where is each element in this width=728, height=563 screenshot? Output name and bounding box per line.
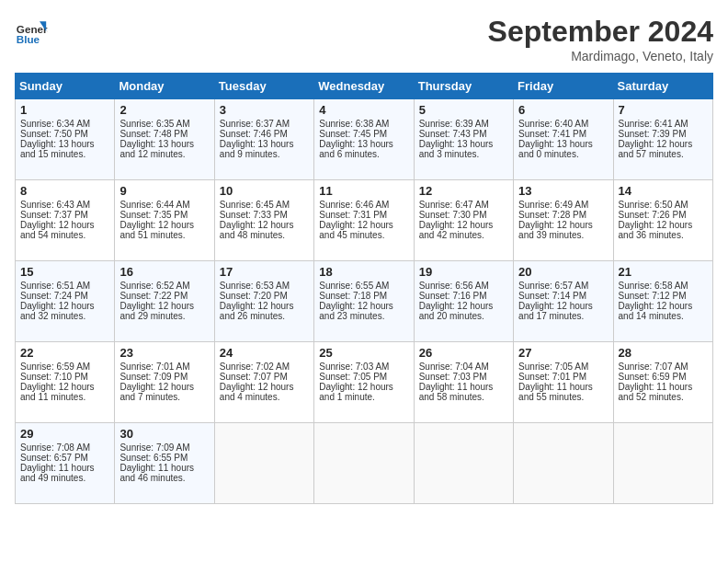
day-info-line: and 57 minutes. [619, 149, 708, 159]
day-number: 9 [119, 184, 209, 198]
calendar-row: 22Sunrise: 6:59 AMSunset: 7:10 PMDayligh… [16, 342, 713, 423]
calendar-row: 8Sunrise: 6:43 AMSunset: 7:37 PMDaylight… [16, 180, 713, 261]
day-info-line: Sunset: 7:24 PM [20, 291, 109, 301]
page-header: General Blue September 2024 Mardimago, V… [15, 15, 713, 63]
col-thursday: Thursday [414, 74, 513, 99]
calendar-table: Sunday Monday Tuesday Wednesday Thursday… [15, 73, 713, 504]
day-number: 2 [119, 103, 209, 117]
table-row: 25Sunrise: 7:03 AMSunset: 7:05 PMDayligh… [314, 342, 414, 423]
calendar-header-row: Sunday Monday Tuesday Wednesday Thursday… [16, 74, 713, 99]
day-number: 19 [419, 265, 508, 279]
day-info-line: Daylight: 12 hours [119, 301, 209, 311]
table-row: 6Sunrise: 6:40 AMSunset: 7:41 PMDaylight… [514, 99, 613, 180]
day-info-line: and 4 minutes. [220, 392, 309, 402]
day-info-line: Sunset: 7:05 PM [319, 372, 408, 382]
day-info-line: Daylight: 12 hours [220, 382, 309, 392]
table-row: 27Sunrise: 7:05 AMSunset: 7:01 PMDayligh… [514, 342, 613, 423]
day-info-line: Sunset: 7:45 PM [319, 129, 408, 139]
table-row: 18Sunrise: 6:55 AMSunset: 7:18 PMDayligh… [314, 261, 414, 342]
day-info-line: Sunrise: 6:37 AM [220, 119, 309, 129]
day-info-line: Sunrise: 7:01 AM [119, 362, 209, 372]
day-info-line: Sunset: 7:18 PM [319, 291, 408, 301]
day-info-line: Sunset: 7:37 PM [20, 210, 109, 220]
table-row: 23Sunrise: 7:01 AMSunset: 7:09 PMDayligh… [115, 342, 214, 423]
day-number: 23 [119, 346, 209, 360]
day-info-line: Daylight: 13 hours [419, 139, 508, 149]
day-info-line: Daylight: 11 hours [119, 463, 209, 473]
day-info-line: Sunrise: 7:05 AM [518, 362, 608, 372]
table-row: 8Sunrise: 6:43 AMSunset: 7:37 PMDaylight… [16, 180, 115, 261]
day-info-line: and 54 minutes. [20, 230, 109, 240]
day-info-line: and 32 minutes. [20, 311, 109, 321]
col-tuesday: Tuesday [214, 74, 313, 99]
day-info-line: Sunrise: 6:38 AM [319, 119, 408, 129]
day-info-line: Sunrise: 6:56 AM [419, 281, 508, 291]
col-wednesday: Wednesday [314, 74, 414, 99]
day-info-line: Sunset: 6:55 PM [119, 453, 209, 463]
day-info-line: Daylight: 12 hours [119, 220, 209, 230]
day-info-line: Sunrise: 7:04 AM [419, 362, 508, 372]
day-info-line: Daylight: 11 hours [419, 382, 508, 392]
day-info-line: Sunrise: 7:07 AM [619, 362, 708, 372]
day-info-line: Daylight: 12 hours [319, 382, 408, 392]
day-number: 16 [119, 265, 209, 279]
table-row: 15Sunrise: 6:51 AMSunset: 7:24 PMDayligh… [16, 261, 115, 342]
calendar-row: 15Sunrise: 6:51 AMSunset: 7:24 PMDayligh… [16, 261, 713, 342]
table-row: 26Sunrise: 7:04 AMSunset: 7:03 PMDayligh… [414, 342, 513, 423]
day-number: 29 [20, 427, 109, 441]
day-number: 3 [220, 103, 309, 117]
day-info-line: Sunrise: 6:35 AM [119, 119, 209, 129]
day-info-line: Sunrise: 6:57 AM [518, 281, 608, 291]
day-info-line: Sunset: 7:03 PM [419, 372, 508, 382]
day-info-line: Sunset: 6:59 PM [619, 372, 708, 382]
day-info-line: Sunset: 7:28 PM [518, 210, 608, 220]
table-row: 9Sunrise: 6:44 AMSunset: 7:35 PMDaylight… [115, 180, 214, 261]
day-info-line: Sunrise: 6:41 AM [619, 119, 708, 129]
day-info-line: Daylight: 12 hours [419, 220, 508, 230]
day-info-line: Sunrise: 6:51 AM [20, 281, 109, 291]
day-number: 20 [518, 265, 608, 279]
day-info-line: Sunrise: 6:45 AM [220, 200, 309, 210]
day-number: 1 [20, 103, 109, 117]
table-row: 30Sunrise: 7:09 AMSunset: 6:55 PMDayligh… [115, 423, 214, 504]
col-saturday: Saturday [613, 74, 712, 99]
day-info-line: Daylight: 12 hours [619, 139, 708, 149]
day-info-line: Sunset: 7:14 PM [518, 291, 608, 301]
day-number: 6 [518, 103, 608, 117]
day-info-line: Sunrise: 6:44 AM [119, 200, 209, 210]
day-info-line: Daylight: 13 hours [319, 139, 408, 149]
day-info-line: Sunset: 6:57 PM [20, 453, 109, 463]
day-info-line: Sunset: 7:48 PM [119, 129, 209, 139]
day-info-line: and 17 minutes. [518, 311, 608, 321]
day-info-line: and 55 minutes. [518, 392, 608, 402]
col-monday: Monday [115, 74, 214, 99]
col-sunday: Sunday [16, 74, 115, 99]
day-info-line: Sunset: 7:50 PM [20, 129, 109, 139]
day-number: 25 [319, 346, 408, 360]
day-number: 10 [220, 184, 309, 198]
day-info-line: Daylight: 13 hours [220, 139, 309, 149]
day-info-line: and 51 minutes. [119, 230, 209, 240]
day-info-line: Sunset: 7:31 PM [319, 210, 408, 220]
day-info-line: Sunrise: 6:49 AM [518, 200, 608, 210]
day-info-line: Daylight: 11 hours [619, 382, 708, 392]
day-number: 4 [319, 103, 408, 117]
table-row: 1Sunrise: 6:34 AMSunset: 7:50 PMDaylight… [16, 99, 115, 180]
month-title: September 2024 [488, 15, 713, 49]
logo: General Blue [15, 15, 48, 48]
calendar-row: 1Sunrise: 6:34 AMSunset: 7:50 PMDaylight… [16, 99, 713, 180]
day-info-line: and 45 minutes. [319, 230, 408, 240]
location-subtitle: Mardimago, Veneto, Italy [488, 49, 713, 63]
day-info-line: Daylight: 12 hours [20, 301, 109, 311]
table-row: 24Sunrise: 7:02 AMSunset: 7:07 PMDayligh… [214, 342, 313, 423]
table-row: 3Sunrise: 6:37 AMSunset: 7:46 PMDaylight… [214, 99, 313, 180]
day-info-line: Sunset: 7:41 PM [518, 129, 608, 139]
day-number: 30 [119, 427, 209, 441]
day-number: 18 [319, 265, 408, 279]
day-info-line: Sunset: 7:01 PM [518, 372, 608, 382]
day-info-line: Daylight: 12 hours [220, 220, 309, 230]
day-info-line: and 11 minutes. [20, 392, 109, 402]
table-row: 12Sunrise: 6:47 AMSunset: 7:30 PMDayligh… [414, 180, 513, 261]
day-info-line: Sunset: 7:46 PM [220, 129, 309, 139]
table-row [414, 423, 513, 504]
